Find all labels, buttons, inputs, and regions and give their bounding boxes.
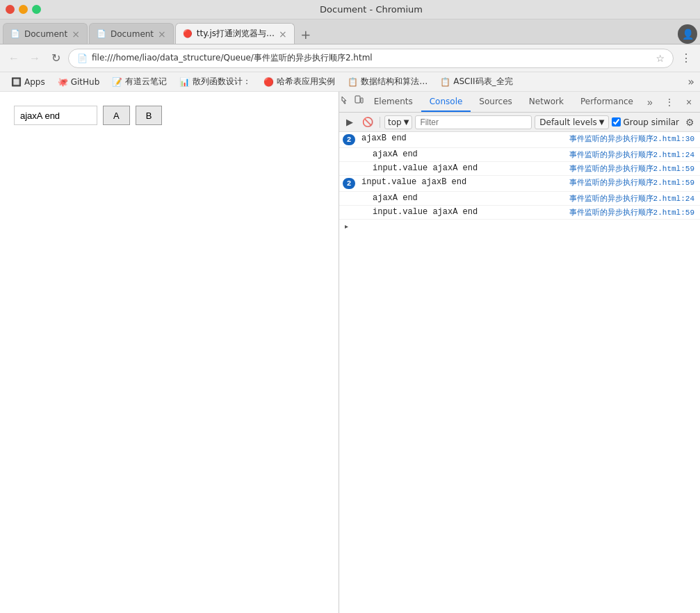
- tab-console-label: Console: [430, 97, 463, 106]
- minimize-button[interactable]: [19, 5, 28, 14]
- console-output: 2 ajaxB end 事件监听的异步执行顺序2.html:30 ajaxA e…: [339, 132, 700, 613]
- console-settings-button[interactable]: ⚙: [682, 115, 697, 130]
- new-tab-button[interactable]: +: [296, 24, 316, 44]
- tab-close-1[interactable]: ×: [72, 28, 80, 40]
- bookmark-ds-algo[interactable]: 📋 数据结构和算法…: [342, 74, 433, 90]
- tab-label-3: tty.js打通浏览器与…: [197, 28, 275, 40]
- context-selector-chevron-icon: ▼: [404, 118, 409, 126]
- tab-bar: 📄 Document × 📄 Document × 🔴 tty.js打通浏览器与…: [0, 19, 700, 44]
- console-clear-button[interactable]: 🚫: [360, 115, 375, 130]
- entry-5-source[interactable]: 事件监听的异步执行顺序2.html:24: [567, 192, 700, 205]
- bookmark-ds-algo-label: 数据结构和算法…: [361, 76, 428, 88]
- ds-algo-icon: 📋: [348, 77, 358, 87]
- tab-label-1: Document: [24, 29, 67, 39]
- tab-console[interactable]: Console: [421, 92, 471, 112]
- apps-icon: 🔲: [11, 77, 22, 87]
- group-similar-label[interactable]: Group similar: [612, 117, 679, 127]
- refresh-button[interactable]: ↻: [47, 50, 64, 67]
- entry-1-badge: 2: [343, 134, 355, 145]
- window-titlebar: Document - Chromium: [0, 0, 700, 19]
- devtools-tab-actions: » ⋮ ×: [642, 92, 700, 112]
- browser-tab-2[interactable]: 📄 Document ×: [89, 23, 174, 44]
- console-prompt-row: ▸: [339, 220, 700, 233]
- button-b[interactable]: B: [136, 106, 163, 125]
- back-button[interactable]: ←: [6, 50, 22, 67]
- entry-4-badge: 2: [343, 178, 355, 189]
- bookmark-apps[interactable]: 🔲 Apps: [6, 75, 51, 89]
- window-title: Document - Chromium: [48, 4, 694, 15]
- console-stop-recording-button[interactable]: ▶: [342, 115, 357, 130]
- devtools-tab-bar: Elements Console Sources Network Perform…: [339, 92, 700, 113]
- entry-2-source[interactable]: 事件监听的异步执行顺序2.html:24: [567, 148, 700, 161]
- entry-4-source[interactable]: 事件监听的异步执行顺序2.html:59: [567, 176, 700, 189]
- console-entry-3: input.value ajaxA end 事件监听的异步执行顺序2.html:…: [339, 162, 700, 176]
- bookmark-youdao-label: 有道云笔记: [125, 76, 167, 88]
- devtools-device-mode-button[interactable]: [352, 92, 366, 108]
- console-entry-1: 2 ajaxB end 事件监听的异步执行顺序2.html:30: [339, 132, 700, 148]
- entry-4-content: input.value ajaxB end: [359, 176, 567, 188]
- devtools-more-tabs-button[interactable]: »: [642, 94, 658, 111]
- console-entry-6: input.value ajaxA end 事件监听的异步执行顺序2.html:…: [339, 206, 700, 220]
- tab-performance-label: Performance: [580, 97, 633, 106]
- bookmark-github[interactable]: 🐙 GitHub: [52, 75, 106, 89]
- browser-tab-3[interactable]: 🔴 tty.js打通浏览器与… ×: [175, 23, 295, 44]
- bookmark-ascii[interactable]: 📋 ASCII码表_全完: [434, 74, 518, 90]
- bookmark-hash-design[interactable]: 📊 散列函数设计：: [174, 74, 257, 90]
- entry-6-source[interactable]: 事件监听的异步执行顺序2.html:59: [567, 206, 700, 219]
- page-text-input[interactable]: [14, 106, 97, 125]
- tab-close-3[interactable]: ×: [279, 28, 287, 40]
- group-similar-checkbox[interactable]: [612, 117, 621, 126]
- bookmark-youdao[interactable]: 📝 有道云笔记: [106, 74, 172, 90]
- security-icon: 📄: [77, 54, 88, 63]
- bookmark-hash-app-label: 哈希表应用实例: [277, 76, 335, 88]
- toolbar-separator-1: [380, 117, 380, 128]
- log-levels-chevron-icon: ▼: [599, 118, 605, 126]
- devtools-select-element-button[interactable]: [339, 92, 352, 108]
- bookmark-star-icon[interactable]: ☆: [656, 53, 665, 64]
- tab-performance[interactable]: Performance: [572, 92, 642, 112]
- entry-3-source[interactable]: 事件监听的异步执行顺序2.html:59: [567, 162, 700, 175]
- entry-1-source[interactable]: 事件监听的异步执行顺序2.html:30: [567, 132, 700, 145]
- context-selector-value: top: [388, 117, 402, 127]
- browser-toolbar: ← → ↻ 📄 file:///home/liao/data_structure…: [0, 44, 700, 72]
- tab-elements[interactable]: Elements: [366, 92, 421, 112]
- console-entry-4: 2 input.value ajaxB end 事件监听的异步执行顺序2.htm…: [339, 176, 700, 192]
- hash-design-icon: 📊: [179, 77, 190, 87]
- browser-menu-button[interactable]: ⋮: [678, 50, 694, 67]
- entry-3-content: input.value ajaxA end: [359, 162, 567, 174]
- tab-network[interactable]: Network: [521, 92, 572, 112]
- tab-close-2[interactable]: ×: [158, 28, 166, 40]
- close-button[interactable]: [6, 5, 15, 14]
- console-entry-5: ajaxA end 事件监听的异步执行顺序2.html:24: [339, 192, 700, 206]
- main-area: A B Elements Console Sources Netw: [0, 92, 700, 613]
- page-icon-3: 🔴: [183, 29, 193, 38]
- url-bar[interactable]: 📄 file:///home/liao/data_structure/Queue…: [68, 49, 674, 68]
- forward-button[interactable]: →: [26, 50, 43, 67]
- svg-rect-1: [361, 98, 363, 103]
- tab-sources-label: Sources: [479, 97, 512, 106]
- entry-2-content: ajaxA end: [359, 148, 567, 161]
- tab-label-2: Document: [111, 29, 154, 39]
- youdao-icon: 📝: [112, 77, 122, 87]
- bookmark-ascii-label: ASCII码表_全完: [453, 76, 512, 88]
- devtools-settings-button[interactable]: ⋮: [661, 94, 678, 111]
- document-icon: 📄: [10, 29, 20, 38]
- prompt-chevron-icon: ▸: [345, 222, 348, 230]
- log-levels-selector[interactable]: Default levels ▼: [535, 115, 609, 129]
- profile-button[interactable]: 👤: [678, 24, 697, 44]
- entry-5-content: ajaxA end: [359, 192, 567, 204]
- button-a[interactable]: A: [103, 106, 130, 125]
- tab-elements-label: Elements: [374, 97, 413, 106]
- bookmarks-more-button[interactable]: »: [687, 75, 694, 88]
- github-icon: 🐙: [58, 77, 68, 87]
- bookmark-hash-app[interactable]: 🔴 哈希表应用实例: [258, 74, 341, 90]
- console-filter-input[interactable]: [415, 115, 532, 129]
- entry-6-content: input.value ajaxA end: [359, 206, 567, 218]
- tab-sources[interactable]: Sources: [471, 92, 520, 112]
- context-selector[interactable]: top ▼: [384, 115, 412, 129]
- maximize-button[interactable]: [32, 5, 41, 14]
- log-levels-label: Default levels: [539, 117, 596, 127]
- browser-tab-1[interactable]: 📄 Document ×: [3, 23, 88, 44]
- window-controls: [6, 5, 41, 14]
- devtools-close-button[interactable]: ×: [681, 94, 697, 111]
